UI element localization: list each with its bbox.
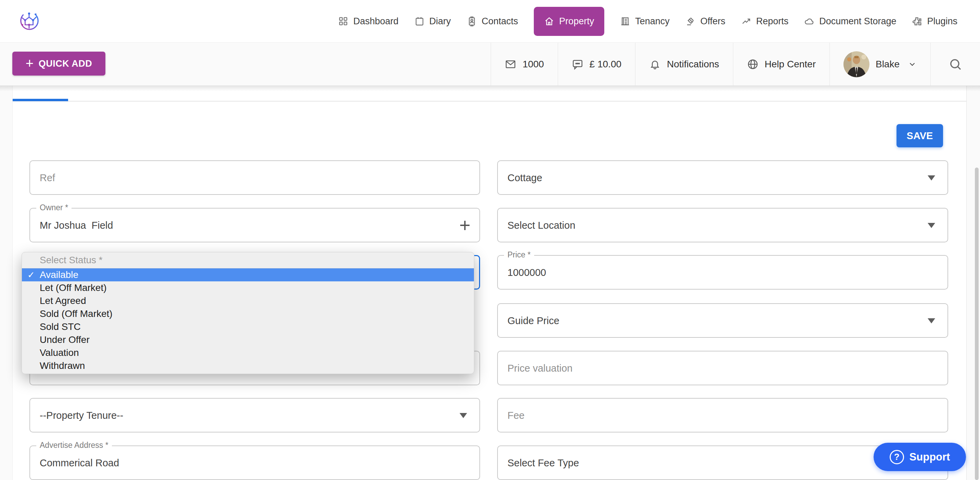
cloud-icon — [804, 16, 815, 26]
dropdown-option-label: Valuation — [40, 347, 79, 358]
price-valuation-placeholder: Price valuation — [508, 363, 573, 374]
search-button[interactable] — [931, 43, 980, 86]
nav-item-offers[interactable]: Offers — [686, 16, 725, 27]
guide-price-select[interactable]: Guide Price — [497, 303, 948, 338]
fee-type-value: Select Fee Type — [508, 457, 579, 468]
app-page: Dashboard Diary Contacts Property — [0, 0, 980, 480]
quick-add-label: QUICK ADD — [39, 59, 92, 69]
dropdown-option-let-agreed[interactable]: Let Agreed — [22, 295, 474, 307]
caret-down-icon — [928, 223, 935, 228]
owner-label: Owner * — [36, 203, 72, 212]
envelope-icon — [505, 59, 516, 70]
dropdown-option-under-offer[interactable]: Under Offer — [22, 333, 474, 346]
tenure-value: --Property Tenure-- — [40, 410, 123, 421]
dropdown-option-withdrawn[interactable]: Withdrawn — [22, 359, 474, 372]
active-tab-indicator[interactable] — [13, 99, 68, 101]
tab-strip — [13, 86, 966, 101]
quick-add-button[interactable]: + QUICK ADD — [12, 52, 105, 76]
advertise-address-field[interactable]: Advertise Address * Commerical Road — [29, 445, 480, 480]
mail-counter[interactable]: 1000 — [491, 43, 557, 86]
dropdown-option-sold-stc[interactable]: Sold STC — [22, 320, 474, 333]
price-label: Price * — [504, 250, 534, 260]
caret-down-icon — [928, 175, 935, 181]
location-select[interactable]: Select Location — [497, 208, 948, 242]
nav-label: Document Storage — [819, 16, 896, 27]
dropdown-option-sold-off-market[interactable]: Sold (Off Market) — [22, 307, 474, 320]
puzzle-icon — [912, 16, 922, 26]
nav-item-dashboard[interactable]: Dashboard — [338, 16, 398, 27]
dropdown-option-label: Available — [40, 269, 78, 280]
dropdown-option-label: Let (Off Market) — [40, 282, 107, 293]
question-icon: ? — [890, 450, 904, 464]
toolbar-right: 1000 £ 10.00 Notifications Help Center — [491, 43, 980, 86]
nav-label: Diary — [430, 16, 451, 27]
trend-icon — [741, 16, 751, 26]
nav-item-contacts[interactable]: Contacts — [467, 16, 519, 27]
notifications-button[interactable]: Notifications — [635, 43, 733, 86]
brand-logo-icon[interactable] — [19, 10, 40, 32]
price-valuation-field[interactable]: Price valuation — [497, 351, 948, 385]
nav-item-diary[interactable]: Diary — [414, 16, 451, 27]
ref-field[interactable]: Ref — [29, 160, 480, 195]
nav-label: Contacts — [482, 16, 519, 27]
location-value: Select Location — [508, 220, 575, 231]
nav-label: Plugins — [927, 16, 958, 27]
chat-bubble-icon — [572, 59, 584, 70]
price-field[interactable]: Price * 1000000 — [497, 255, 948, 290]
user-name: Blake — [876, 59, 900, 70]
nav-item-document-storage[interactable]: Document Storage — [804, 16, 896, 27]
property-type-value: Cottage — [508, 172, 542, 183]
price-value: 1000000 — [508, 267, 546, 278]
tenure-select[interactable]: --Property Tenure-- — [29, 398, 480, 432]
dropdown-option-label: Sold STC — [40, 322, 81, 332]
user-menu[interactable]: Blake — [829, 43, 931, 86]
dropdown-option-let-off-market[interactable]: Let (Off Market) — [22, 281, 474, 295]
top-navbar: Dashboard Diary Contacts Property — [0, 0, 980, 43]
dropdown-option-label: Under Offer — [40, 334, 90, 345]
nav-item-reports[interactable]: Reports — [741, 16, 789, 27]
nav-label: Dashboard — [353, 16, 398, 27]
secondary-toolbar: + QUICK ADD 1000 £ 10.00 Notifications — [0, 43, 980, 86]
status-dropdown: Select Status * ✓ Available Let (Off Mar… — [22, 252, 474, 374]
dropdown-option-valuation[interactable]: Valuation — [22, 346, 474, 359]
home-icon — [544, 16, 554, 26]
nav-item-property[interactable]: Property — [534, 7, 604, 36]
dashboard-grid-icon — [338, 16, 348, 26]
dropdown-option-label: Let Agreed — [40, 295, 86, 306]
add-owner-button[interactable]: + — [459, 216, 471, 235]
chevron-down-icon — [908, 60, 917, 69]
advertise-address-value: Commerical Road — [40, 457, 119, 468]
search-icon — [948, 57, 962, 71]
gavel-icon — [686, 16, 696, 26]
fee-field[interactable]: Fee — [497, 398, 948, 432]
fee-placeholder: Fee — [508, 410, 525, 421]
building-icon — [620, 16, 630, 26]
nav-item-plugins[interactable]: Plugins — [912, 16, 958, 27]
nav-label: Reports — [756, 16, 789, 27]
owner-field[interactable]: Owner * Mr Joshua Field + — [29, 208, 480, 242]
balance-button[interactable]: £ 10.00 — [558, 43, 635, 86]
property-type-select[interactable]: Cottage — [497, 160, 948, 195]
check-icon: ✓ — [27, 270, 35, 280]
dropdown-option-label: Withdrawn — [40, 360, 85, 371]
balance-amount: £ 10.00 — [590, 59, 621, 70]
notifications-label: Notifications — [667, 59, 719, 70]
ref-placeholder: Ref — [40, 172, 55, 183]
nav-label: Offers — [700, 16, 725, 27]
nav-label: Tenancy — [635, 16, 670, 27]
user-avatar — [843, 51, 869, 77]
help-center-button[interactable]: Help Center — [733, 43, 829, 86]
dropdown-option-label: Sold (Off Market) — [40, 308, 113, 319]
nav-item-tenancy[interactable]: Tenancy — [620, 16, 670, 27]
save-button[interactable]: SAVE — [897, 124, 943, 147]
caret-down-icon — [928, 318, 935, 323]
dropdown-option-available[interactable]: ✓ Available — [22, 268, 474, 281]
calendar-icon — [414, 16, 425, 26]
support-button[interactable]: ? Support — [873, 443, 966, 471]
main-nav: Dashboard Diary Contacts Property — [338, 0, 958, 43]
dropdown-header: Select Status * — [22, 252, 474, 268]
scrollbar-thumb[interactable] — [975, 168, 978, 480]
help-center-label: Help Center — [765, 59, 816, 70]
support-label: Support — [910, 451, 950, 463]
guide-price-value: Guide Price — [508, 315, 560, 326]
